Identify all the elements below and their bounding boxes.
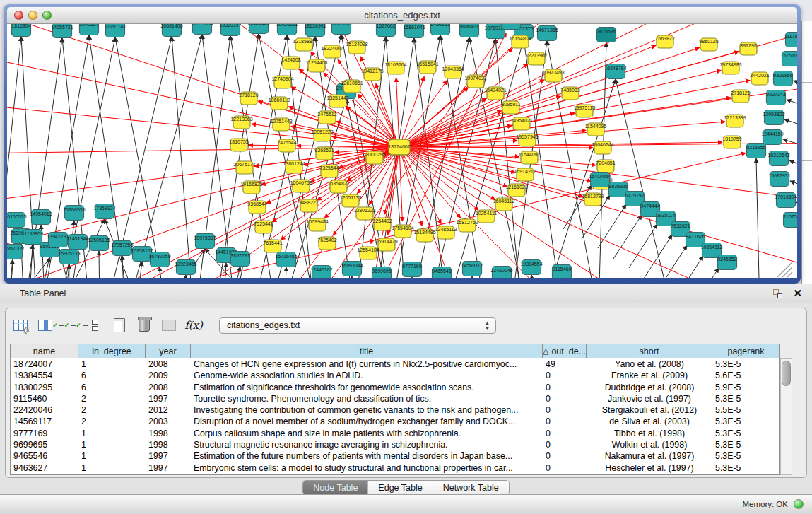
table-cell[interactable]: Franke et al. (2009): [587, 370, 712, 381]
table-cell[interactable]: 1998: [146, 428, 191, 439]
table-cell[interactable]: 0: [543, 450, 587, 462]
table-cell[interactable]: 2003: [146, 416, 191, 427]
tab-network-table[interactable]: Network Table: [433, 481, 509, 495]
table-cell[interactable]: Structural magnetic resonance image aver…: [191, 439, 543, 450]
table-scrollbar[interactable]: [780, 358, 792, 475]
table-row[interactable]: 969969511998Structural magnetic resonanc…: [11, 439, 779, 450]
table-cell[interactable]: 1997: [146, 462, 191, 474]
table-cell[interactable]: 0: [543, 428, 587, 439]
table-cell[interactable]: 0: [543, 416, 587, 427]
table-cell[interactable]: 49: [543, 358, 587, 370]
scrollbar-thumb[interactable]: [782, 361, 791, 386]
window-titlebar[interactable]: citations_edges.txt: [7, 7, 797, 24]
column-header-year[interactable]: year: [146, 344, 191, 358]
column-header-pagerank[interactable]: pagerank: [712, 344, 779, 358]
table-cell[interactable]: Stergiakouli et al. (2012): [587, 404, 712, 416]
table-cell[interactable]: Hescheler et al. (1997): [587, 462, 712, 474]
select-rows-icon[interactable]: ✓✓✓: [61, 316, 79, 334]
table-cell[interactable]: 1: [78, 358, 146, 370]
table-cell[interactable]: 6: [78, 370, 146, 381]
table-cell[interactable]: 9465546: [11, 450, 78, 462]
graph-node[interactable]: [249, 24, 269, 34]
table-cell[interactable]: Tibbo et al. (1998): [587, 428, 712, 439]
table-cell[interactable]: Genome-wide association studies in ADHD.: [191, 370, 543, 381]
table-cell[interactable]: Wolkin et al. (1998): [587, 439, 712, 450]
table-row[interactable]: 1938455462009Genome-wide association stu…: [11, 370, 779, 381]
table-cell[interactable]: 9777169: [11, 428, 78, 439]
citation-graph[interactable]: 1815304140557212040557127911412069140618…: [7, 24, 797, 278]
table-settings-icon[interactable]: [11, 316, 30, 334]
table-cell[interactable]: Estimation of the future numbers of pati…: [191, 450, 543, 462]
table-cell[interactable]: de Silva et al. (2003): [587, 416, 712, 427]
function-builder-icon[interactable]: f(x): [184, 316, 203, 334]
table-cell[interactable]: Corpus callosum shape and size in male p…: [191, 428, 543, 439]
table-cell[interactable]: 2012: [146, 404, 191, 416]
table-cell[interactable]: 2009: [146, 370, 191, 381]
table-cell[interactable]: Jankovic et al. (1997): [587, 393, 712, 404]
table-cell[interactable]: Disruption of a novel member of a sodium…: [191, 416, 543, 427]
table-select-dropdown[interactable]: citations_edges.txt ▲▼: [219, 317, 496, 334]
tab-edge-table[interactable]: Edge Table: [368, 481, 433, 495]
table-cell[interactable]: 1: [78, 428, 146, 439]
table-cell[interactable]: 2008: [146, 382, 191, 393]
table-cell[interactable]: 1: [78, 439, 146, 450]
table-cell[interactable]: 5.5E-5: [712, 404, 779, 416]
table-cell[interactable]: 2: [78, 404, 146, 416]
table-cell[interactable]: 6: [78, 382, 146, 393]
table-cell[interactable]: 5.3E-5: [712, 462, 779, 474]
table-row[interactable]: 977716911998Corpus callosum shape and si…: [11, 428, 779, 439]
table-cell[interactable]: Tourette syndrome. Phenomenology and cla…: [191, 393, 543, 404]
table-cell[interactable]: 5.3E-5: [712, 450, 779, 462]
table-cell[interactable]: Changes of HCN gene expression and I(f) …: [191, 358, 543, 370]
column-header-in_degree[interactable]: in_degree: [78, 344, 146, 358]
table-row[interactable]: 1872400712008Changes of HCN gene express…: [11, 358, 779, 370]
column-header-short[interactable]: short: [587, 344, 712, 358]
table-cell[interactable]: 0: [543, 439, 587, 450]
table-cell[interactable]: Nakamura et al. (1997): [587, 450, 712, 462]
close-panel-icon[interactable]: ✕: [793, 287, 802, 300]
table-cell[interactable]: 5.3E-5: [712, 439, 779, 450]
table-cell[interactable]: 9699695: [11, 439, 78, 450]
table-cell[interactable]: 0: [543, 462, 587, 474]
table-cell[interactable]: 1997: [146, 393, 191, 404]
new-table-icon[interactable]: [110, 316, 129, 334]
table-cell[interactable]: 5.3E-5: [712, 358, 779, 370]
table-cell[interactable]: 14569117: [11, 416, 78, 427]
table-cell[interactable]: 0: [543, 393, 587, 404]
table-cell[interactable]: 1997: [146, 450, 191, 462]
table-cell[interactable]: 1: [78, 450, 146, 462]
table-row[interactable]: 1456911722003Disruption of a novel membe…: [11, 416, 779, 427]
network-canvas[interactable]: 1815304140557212040557127911412069140618…: [7, 24, 797, 278]
table-cell[interactable]: 0: [543, 370, 587, 381]
column-header-out_de[interactable]: △out_de...: [543, 344, 587, 358]
column-header-title[interactable]: title: [191, 344, 543, 358]
table-cell[interactable]: Dudbridge et al. (2008): [587, 382, 712, 393]
table-cell[interactable]: 9463627: [11, 462, 78, 474]
table-cell[interactable]: 1998: [146, 439, 191, 450]
table-cell[interactable]: 19384554: [11, 370, 78, 381]
column-header-name[interactable]: name: [11, 344, 78, 358]
show-columns-icon[interactable]: [36, 316, 54, 334]
table-cell[interactable]: Yano et al. (2008): [587, 358, 712, 370]
table-row[interactable]: 946362711997Embryonic stem cells: a mode…: [11, 462, 779, 474]
delete-table-icon[interactable]: [135, 316, 153, 334]
merge-cells-icon[interactable]: [86, 316, 104, 334]
table-row[interactable]: 911546021997Tourette syndrome. Phenomeno…: [11, 393, 779, 404]
table-row[interactable]: 1830029562008Estimation of significance …: [11, 382, 779, 393]
table-cell[interactable]: 22420046: [11, 404, 78, 416]
table-cell[interactable]: 18724007: [11, 358, 78, 370]
table-cell[interactable]: 0: [543, 404, 587, 416]
table-cell[interactable]: 9115460: [11, 393, 78, 404]
table-cell[interactable]: 2: [78, 393, 146, 404]
table-cell[interactable]: Investigating the contribution of common…: [191, 404, 543, 416]
float-panel-icon[interactable]: [773, 289, 782, 298]
table-cell[interactable]: 5.3E-5: [712, 393, 779, 404]
table-cell[interactable]: 5.6E-5: [712, 370, 779, 381]
network-view-window[interactable]: citations_edges.txt 18153041405572120405…: [4, 4, 801, 284]
table-cell[interactable]: 5.3E-5: [712, 416, 779, 427]
table-row[interactable]: 2242004622012Investigating the contribut…: [11, 404, 779, 416]
table-cell[interactable]: Embryonic stem cells: a model to study s…: [191, 462, 543, 474]
table-cell[interactable]: 1: [78, 462, 146, 474]
resize-grip-icon[interactable]: [777, 262, 792, 277]
graph-node[interactable]: [502, 24, 521, 30]
